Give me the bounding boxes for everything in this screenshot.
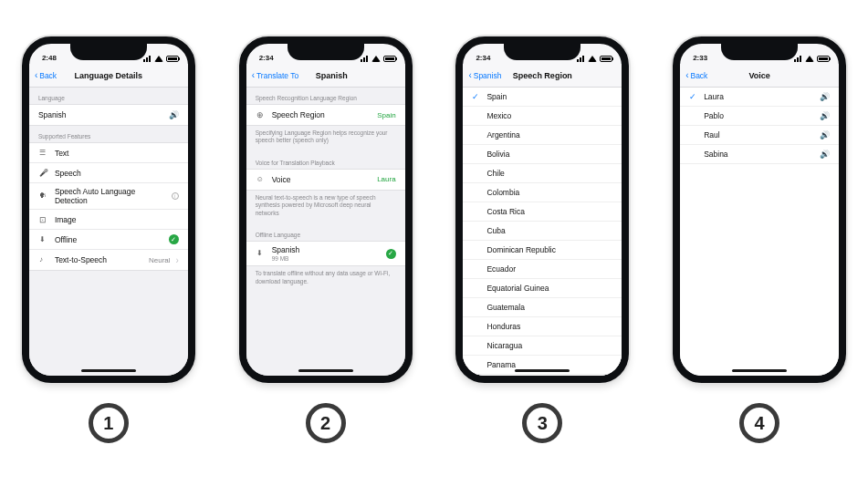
- clock: 2:48: [42, 54, 57, 62]
- notch: [504, 44, 580, 60]
- speaker-icon[interactable]: 🔊: [169, 110, 179, 119]
- region-item[interactable]: ✓Bolivia: [463, 145, 622, 164]
- region-item[interactable]: ✓Peru: [463, 375, 622, 376]
- region-item-label: Panama: [486, 360, 612, 369]
- back-button[interactable]: ‹ Spanish: [468, 71, 501, 80]
- region-item-label: Equatorial Guinea: [486, 284, 612, 293]
- voice-item[interactable]: ✓Sabina🔊: [680, 145, 839, 164]
- feature-image: Image: [29, 210, 188, 230]
- region-item[interactable]: ✓Mexico: [463, 107, 622, 126]
- signal-icon: [577, 56, 585, 62]
- region-item-label: Guatemala: [486, 303, 612, 312]
- region-item-label: Nicaragua: [486, 341, 612, 350]
- region-list[interactable]: ✓Spain✓Mexico✓Argentina✓Bolivia✓Chile✓Co…: [463, 88, 622, 376]
- navbar: ‹ Spanish Speech Region: [463, 64, 622, 88]
- home-indicator[interactable]: [732, 369, 787, 372]
- back-button[interactable]: ‹ Back: [685, 71, 707, 80]
- feature-speech: Speech: [29, 163, 188, 183]
- region-item-label: Colombia: [486, 188, 612, 197]
- feature-text: Text: [29, 143, 188, 163]
- clock: 2:33: [693, 54, 707, 62]
- offline-note: To translate offline without any data us…: [246, 266, 405, 293]
- tts-icon: [39, 255, 48, 264]
- notch: [70, 44, 147, 60]
- region-item[interactable]: ✓Costa Rica: [463, 202, 622, 222]
- section-region: Speech Recognition Language Region: [246, 88, 405, 104]
- speaker-icon[interactable]: 🔊: [820, 150, 830, 159]
- step-badge-4: 4: [739, 403, 779, 443]
- language-value: Spanish: [38, 110, 163, 119]
- feature-auto-detect: Speech Auto Language Detection i: [29, 183, 188, 210]
- text-icon: [39, 149, 48, 158]
- navbar: ‹ Back Voice: [680, 64, 839, 88]
- voice-item-label: Raul: [704, 130, 814, 140]
- notch: [721, 44, 798, 60]
- home-indicator[interactable]: [298, 369, 353, 372]
- wifi-icon: [371, 56, 381, 62]
- globe-icon: [256, 110, 266, 119]
- back-button[interactable]: ‹ Back: [35, 71, 57, 80]
- back-label: Spanish: [474, 71, 502, 80]
- speaker-icon[interactable]: 🔊: [820, 130, 830, 140]
- home-indicator[interactable]: [81, 369, 136, 372]
- back-label: Back: [690, 71, 707, 80]
- chevron-left-icon: ‹: [252, 71, 255, 80]
- voice-item-label: Pablo: [704, 111, 814, 120]
- page-title: Language Details: [35, 71, 183, 80]
- wifi-icon: [805, 56, 814, 62]
- feature-tts[interactable]: Text-to-Speech Neural ›: [29, 250, 188, 270]
- step-badge-3: 3: [522, 403, 562, 443]
- speaker-icon[interactable]: 🔊: [820, 92, 830, 101]
- info-icon[interactable]: i: [172, 192, 179, 200]
- back-label: Translate To: [256, 71, 298, 80]
- signal-icon: [143, 56, 152, 62]
- region-item[interactable]: ✓Ecuador: [463, 260, 622, 279]
- voice-list[interactable]: ✓Laura🔊✓Pablo🔊✓Raul🔊✓Sabina🔊: [680, 88, 839, 376]
- region-item[interactable]: ✓Argentina: [463, 126, 622, 145]
- region-item[interactable]: ✓Nicaragua: [463, 336, 622, 356]
- tts-value: Neural: [149, 256, 171, 264]
- notch: [288, 44, 364, 60]
- voice-icon: [256, 175, 266, 184]
- region-item-label: Cuba: [486, 226, 612, 235]
- section-features: Supported Features: [29, 126, 188, 142]
- region-item-label: Argentina: [486, 130, 612, 140]
- feature-offline: Offline ✓: [29, 230, 188, 250]
- region-item[interactable]: ✓Honduras: [463, 317, 622, 336]
- offline-icon: [39, 235, 48, 244]
- back-label: Back: [39, 71, 57, 80]
- region-item[interactable]: ✓Spain: [463, 88, 622, 107]
- home-indicator[interactable]: [515, 369, 570, 372]
- check-icon: ✓: [689, 92, 698, 101]
- back-button[interactable]: ‹ Translate To: [252, 71, 299, 80]
- region-item[interactable]: ✓Cuba: [463, 222, 622, 241]
- check-icon: ✓: [472, 92, 481, 101]
- phone-4: 2:33 ‹ Back Voice ✓Laura🔊✓Pablo🔊✓Raul🔊✓S…: [673, 36, 846, 383]
- speech-region-row[interactable]: Speech Region Spain: [246, 105, 405, 125]
- battery-icon: [383, 56, 396, 62]
- navbar: ‹ Translate To Spanish: [246, 64, 405, 88]
- language-row[interactable]: Spanish 🔊: [29, 105, 188, 125]
- download-icon: [256, 249, 266, 258]
- voice-item-label: Sabina: [704, 150, 814, 159]
- navbar: ‹ Back Language Details: [29, 64, 188, 88]
- speaker-icon[interactable]: 🔊: [820, 111, 830, 120]
- voice-item[interactable]: ✓Pablo🔊: [680, 107, 839, 126]
- speech-icon: [39, 169, 48, 178]
- region-item[interactable]: ✓Equatorial Guinea: [463, 279, 622, 298]
- clock: 2:34: [259, 54, 274, 62]
- region-item-label: Dominican Republic: [486, 245, 612, 254]
- voice-item[interactable]: ✓Raul🔊: [680, 126, 839, 145]
- region-item[interactable]: ✓Guatemala: [463, 298, 622, 317]
- region-item[interactable]: ✓Colombia: [463, 183, 622, 202]
- voice-row[interactable]: Voice Laura: [246, 170, 405, 190]
- offline-row[interactable]: Spanish 99 MB ✓: [246, 242, 405, 265]
- region-item[interactable]: ✓Dominican Republic: [463, 241, 622, 260]
- chevron-left-icon: ‹: [35, 71, 37, 80]
- region-item-label: Chile: [486, 169, 612, 178]
- page-title: Voice: [685, 71, 833, 80]
- region-item[interactable]: ✓Chile: [463, 164, 622, 183]
- region-item-label: Bolivia: [486, 150, 612, 159]
- wifi-icon: [588, 56, 597, 62]
- voice-item[interactable]: ✓Laura🔊: [680, 88, 839, 107]
